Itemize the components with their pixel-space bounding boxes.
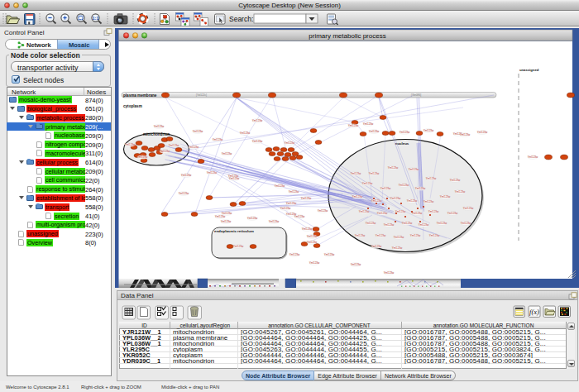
svg-text:Yml123w: Yml123w [394, 236, 404, 239]
svg-text:Yml123w: Yml123w [215, 215, 226, 218]
svg-text:primary metabolic process: primary metabolic process [309, 32, 385, 40]
svg-text:Yml123w: Yml123w [461, 222, 471, 225]
svg-text:Yml123w: Yml123w [359, 210, 370, 213]
svg-text:Yml123w: Yml123w [289, 190, 299, 194]
svg-text:Yml123w: Yml123w [423, 129, 434, 132]
svg-text:Yml123w: Yml123w [390, 197, 401, 200]
svg-text:[Yol122c]: [Yol122c] [196, 93, 207, 97]
svg-text:Yml123w: Yml123w [419, 223, 429, 227]
svg-text:Yml123w: Yml123w [269, 220, 280, 223]
svg-text:Yml123w: Yml123w [399, 184, 409, 187]
svg-text:Yml123w: Yml123w [363, 122, 374, 126]
svg-text:Yml123w: Yml123w [450, 179, 461, 182]
svg-text:Yml123w: Yml123w [415, 187, 426, 190]
svg-text:Yml123w: Yml123w [426, 177, 437, 180]
svg-text:Yml123w: Yml123w [380, 187, 391, 190]
svg-text:Yml123w: Yml123w [301, 197, 312, 200]
svg-text:Yml123w: Yml123w [233, 245, 244, 248]
svg-text:Yml123w: Yml123w [392, 246, 403, 250]
svg-text:Yml123w: Yml123w [352, 195, 363, 198]
svg-text:Yml123w: Yml123w [384, 271, 395, 275]
svg-text:Yml123w: Yml123w [221, 220, 232, 223]
svg-text:Yml123w: Yml123w [252, 140, 263, 143]
svg-text:Yml123w: Yml123w [189, 146, 199, 149]
svg-text:Yml123w: Yml123w [229, 177, 240, 180]
svg-text:Yml123w: Yml123w [285, 141, 295, 145]
svg-text:Yml123w: Yml123w [440, 195, 451, 198]
svg-text:Yml123w: Yml123w [302, 227, 313, 231]
svg-text:Yml123w: Yml123w [307, 241, 318, 244]
svg-text:Yml123w: Yml123w [455, 190, 466, 194]
svg-text:Yml123w: Yml123w [460, 133, 471, 136]
svg-text:Yml123w: Yml123w [428, 210, 439, 213]
svg-text:Yml123w: Yml123w [169, 144, 179, 147]
svg-text:Yml123w: Yml123w [437, 222, 447, 225]
svg-text:Yml123w: Yml123w [528, 155, 538, 159]
svg-text:Yml123w: Yml123w [324, 253, 335, 256]
svg-text:Yml123w: Yml123w [423, 200, 434, 203]
svg-text:Yml123w: Yml123w [447, 212, 458, 215]
svg-text:Yml123w: Yml123w [240, 131, 251, 135]
svg-text:Yml123w: Yml123w [366, 222, 376, 225]
svg-text:f(x): f(x) [529, 308, 539, 316]
svg-text:Yml123w: Yml123w [280, 207, 291, 210]
svg-text:Yml123w: Yml123w [400, 131, 410, 134]
svg-text:endoplasmic reticulum: endoplasmic reticulum [214, 229, 254, 233]
svg-text:Yml123w: Yml123w [247, 217, 258, 220]
svg-text:Yml123w: Yml123w [348, 124, 359, 127]
svg-text:Yml123w: Yml123w [213, 138, 223, 141]
svg-text:Yml123w: Yml123w [362, 182, 373, 185]
svg-text:mitochondrion: mitochondrion [143, 132, 170, 136]
svg-text:Yml123w: Yml123w [402, 222, 413, 225]
svg-text:Yml123w: Yml123w [307, 235, 318, 238]
svg-text:Yml123w: Yml123w [410, 234, 421, 237]
svg-text:Yml123w: Yml123w [377, 212, 388, 215]
svg-text:Yml123w: Yml123w [351, 263, 361, 266]
svg-text:Yml123w: Yml123w [286, 202, 297, 205]
svg-text:Yml123w: Yml123w [351, 172, 361, 175]
svg-text:Yml123w: Yml123w [463, 207, 474, 210]
svg-text:Yml123w: Yml123w [207, 171, 218, 174]
svg-text:Yml123w: Yml123w [318, 209, 328, 213]
svg-text:Yml123w: Yml123w [376, 234, 386, 237]
svg-text:cytoplasm: cytoplasm [123, 104, 142, 108]
svg-text:Yml123w: Yml123w [355, 234, 366, 237]
svg-text:Yml123w: Yml123w [429, 234, 440, 237]
svg-text:Yml123w: Yml123w [160, 150, 170, 153]
svg-text:Yml123w: Yml123w [409, 168, 419, 171]
svg-text:1:1: 1:1 [93, 16, 99, 21]
svg-text:Yml123w: Yml123w [371, 245, 382, 248]
svg-text:Yml123w: Yml123w [222, 152, 232, 155]
svg-text:plasma membrane: plasma membrane [123, 93, 157, 98]
svg-text:Search:: Search: [229, 15, 253, 23]
svg-text:Yml123w: Yml123w [412, 212, 423, 215]
svg-text:Yml123w: Yml123w [294, 215, 305, 218]
svg-text:Yml123w: Yml123w [477, 131, 488, 134]
svg-text:Yml123w: Yml123w [407, 199, 418, 203]
svg-text:unassigned: unassigned [519, 68, 539, 72]
svg-text:Yml123w: Yml123w [290, 253, 300, 256]
svg-text:Yml123w: Yml123w [384, 223, 395, 227]
svg-text:Yml123w: Yml123w [275, 184, 285, 188]
svg-text:Yml123w: Yml123w [388, 166, 399, 170]
svg-text:Yml123w: Yml123w [193, 130, 203, 133]
svg-text:Yml123w: Yml123w [125, 143, 136, 146]
svg-text:Yml123w: Yml123w [369, 130, 380, 133]
svg-text:Yml123w: Yml123w [154, 125, 165, 128]
svg-text:Yml123w: Yml123w [369, 172, 380, 175]
svg-text:Yml123w: Yml123w [309, 261, 320, 265]
svg-text:Yml123w: Yml123w [137, 155, 148, 159]
svg-text:Yml123w: Yml123w [179, 192, 189, 195]
svg-text:Yml123w: Yml123w [371, 199, 382, 203]
svg-text:Yml123w: Yml123w [181, 174, 192, 177]
svg-text:Yml123w: Yml123w [252, 119, 263, 122]
